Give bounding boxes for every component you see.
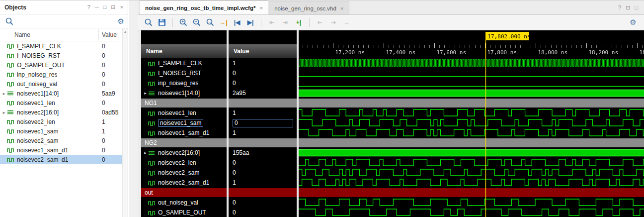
zoom-in-button[interactable]: + xyxy=(177,16,189,28)
tab-label: noise_gen_ring_osc.vhd xyxy=(274,5,336,11)
expander-icon[interactable]: ▸ xyxy=(143,150,148,155)
search-icon[interactable] xyxy=(3,15,15,27)
column-header-name[interactable]: Name xyxy=(14,28,30,41)
go-to-time-zero-icon: |◀ xyxy=(234,19,241,26)
wave-row-name-inp_noiseg_res[interactable]: inp_noiseg_res xyxy=(141,78,227,88)
panel-divider[interactable] xyxy=(129,0,138,217)
objects-scrollbar[interactable]: ▴ xyxy=(122,28,128,217)
wave-row-name-noisevec2_sam[interactable]: noisevec2_sam xyxy=(141,168,227,178)
wave-row-value-out_noiseg_val[interactable]: 0 xyxy=(229,198,297,208)
go-to-end-icon: ▶| xyxy=(247,19,254,26)
wave-row-name-I_SAMPLE_CLK[interactable]: I_SAMPLE_CLK xyxy=(141,58,227,68)
signal-icon xyxy=(7,52,15,59)
column-header-value[interactable]: Value xyxy=(102,28,117,41)
object-row-O_SAMPLE_OUT[interactable]: O_SAMPLE_OUT0 xyxy=(0,60,128,70)
wave-row-value-out[interactable] xyxy=(229,188,297,197)
signal-icon xyxy=(148,179,156,186)
signal-name: out_noiseg_val xyxy=(158,199,198,206)
wave-row-name-out_noiseg_val[interactable]: out_noiseg_val xyxy=(141,198,227,208)
signal-name: noisevec2_len xyxy=(158,159,196,166)
object-name: inp_noiseg_res xyxy=(17,71,57,78)
maximize-icon[interactable]: □ xyxy=(103,4,107,10)
wave-row-value-noisevec2[16:0][interactable]: 155aa xyxy=(229,148,297,158)
wave-row-value-I_SAMPLE_CLK[interactable]: 1 xyxy=(229,58,297,68)
help-icon[interactable]: ? xyxy=(618,4,621,11)
signal-value: 0 xyxy=(233,70,236,77)
go-to-time-zero-button[interactable]: |◀ xyxy=(231,16,243,28)
wave-row-name-noisevec2_len[interactable]: noisevec2_len xyxy=(141,158,227,168)
wave-row-value-NG1[interactable] xyxy=(229,99,297,108)
search-button[interactable] xyxy=(143,16,155,28)
object-value: 0 xyxy=(102,43,105,50)
wave-row-name-out[interactable]: out xyxy=(141,188,227,197)
float-icon[interactable]: ⊡ xyxy=(626,4,630,11)
signal-name: O_SAMPLE_OUT xyxy=(158,209,206,216)
tab-wave-config[interactable]: noise_gen_ring_osc_tb_time_impl.wcfg* × xyxy=(140,0,268,14)
object-row-noisevec1_len[interactable]: noisevec1_len0 xyxy=(0,98,128,108)
object-row-out_noiseg_val[interactable]: out_noiseg_val0 xyxy=(0,79,128,89)
wave-row-value-noisevec2_sam[interactable]: 0 xyxy=(229,168,297,178)
close-icon[interactable]: × xyxy=(340,5,344,11)
object-row-noisevec2[16:0][interactable]: ▸noisevec2[16:0]0ad55 xyxy=(0,108,128,117)
expander-icon[interactable]: ▸ xyxy=(1,91,7,96)
wave-row-value-NG2[interactable] xyxy=(229,138,297,147)
wave-row-value-noisevec2_sam_d1[interactable]: 1 xyxy=(229,178,297,188)
wave-row-name-noisevec1_sam_d1[interactable]: noisevec1_sam_d1 xyxy=(141,128,227,138)
object-row-inp_noiseg_res[interactable]: inp_noiseg_res0 xyxy=(0,70,128,79)
scroll-up-icon[interactable]: ▴ xyxy=(123,28,128,35)
tab-vhd-source[interactable]: noise_gen_ring_osc.vhd × xyxy=(269,1,349,14)
wave-row-value-inp_noiseg_res[interactable]: 0 xyxy=(229,78,297,88)
wave-value-header[interactable]: Value xyxy=(229,44,297,58)
zoom-fit-button[interactable]: ↔ xyxy=(204,16,216,28)
column-divider[interactable] xyxy=(98,29,99,40)
object-value: 0 xyxy=(102,156,105,163)
wave-row-value-noisevec1_sam_d1[interactable]: 1 xyxy=(229,128,297,138)
wave-name-header[interactable]: Name xyxy=(141,44,227,58)
object-row-I_NOISEG_RST[interactable]: I_NOISEG_RST0 xyxy=(0,51,128,60)
signal-name: noisevec1[14:0] xyxy=(158,90,200,97)
wave-row-name-noisevec2[16:0][interactable]: ▸noisevec2[16:0] xyxy=(141,148,227,158)
maximize-icon[interactable]: □ xyxy=(635,4,638,11)
settings-icon[interactable]: ⚙ xyxy=(627,16,639,28)
wave-row-name-noisevec1_sam[interactable]: noisevec1_sam xyxy=(141,118,227,128)
signal-name: noisevec1_sam xyxy=(158,119,203,127)
signal-icon xyxy=(148,199,156,206)
close-icon[interactable]: × xyxy=(120,4,123,10)
wave-row-value-noisevec1[14:0][interactable]: 2a95 xyxy=(229,88,297,98)
object-row-noisevec1_sam_d1[interactable]: noisevec1_sam_d10 xyxy=(0,145,128,155)
minimize-icon[interactable]: ─ xyxy=(95,4,99,10)
wave-row-name-NG2[interactable]: NG2 xyxy=(141,138,227,147)
object-row-noisevec2_len[interactable]: noisevec2_len1 xyxy=(0,117,128,126)
wave-row-name-NG1[interactable]: NG1 xyxy=(141,99,227,108)
wave-row-value-noisevec1_sam[interactable]: 0 xyxy=(229,118,297,128)
object-row-I_SAMPLE_CLK[interactable]: I_SAMPLE_CLK0 xyxy=(0,41,128,51)
settings-icon[interactable]: ⚙ xyxy=(118,17,124,26)
expander-icon[interactable]: ▸ xyxy=(143,91,148,96)
wave-row-value-noisevec2_len[interactable]: 0 xyxy=(229,158,297,168)
wave-row-value-noisevec1_len[interactable]: 1 xyxy=(229,108,297,118)
objects-panel: Objects ? ─ □ ⊡ × ⚙ Name Value I_SAMPLE_… xyxy=(0,0,128,217)
add-marker-button[interactable]: +| xyxy=(293,16,305,28)
close-icon[interactable]: × xyxy=(259,5,263,11)
wave-row-name-noisevec1[14:0][interactable]: ▸noisevec1[14:0] xyxy=(141,88,227,98)
zoom-out-button[interactable]: − xyxy=(191,16,203,28)
object-row-noisevec2_sam[interactable]: noisevec2_sam0 xyxy=(0,136,128,145)
help-icon[interactable]: ? xyxy=(87,4,90,10)
next-transition-button: ⇥ xyxy=(279,16,291,28)
object-row-noisevec2_sam_d1[interactable]: noisevec2_sam_d10 xyxy=(0,155,128,164)
wave-row-name-noisevec2_sam_d1[interactable]: noisevec2_sam_d1 xyxy=(141,178,227,188)
object-row-noisevec1_sam[interactable]: noisevec1_sam1 xyxy=(0,126,128,136)
wave-row-value-I_NOISEG_RST[interactable]: 0 xyxy=(229,68,297,78)
wave-row-name-I_NOISEG_RST[interactable]: I_NOISEG_RST xyxy=(141,68,227,78)
wave-row-name-noisevec1_len[interactable]: noisevec1_len xyxy=(141,108,227,118)
expander-icon[interactable]: ▸ xyxy=(1,110,7,115)
wave-row-value-O_SAMPLE_OUT[interactable]: 0 xyxy=(229,208,297,217)
wave-row-name-O_SAMPLE_OUT[interactable]: O_SAMPLE_OUT xyxy=(141,208,227,217)
go-to-end-button[interactable]: ▶| xyxy=(244,16,256,28)
zoom-to-cursor-button[interactable]: →| xyxy=(218,16,230,28)
waveform-canvas[interactable] xyxy=(299,30,644,217)
save-wave-config-button[interactable] xyxy=(156,16,168,28)
object-row-noisevec1[14:0][interactable]: ▸noisevec1[14:0]5aa9 xyxy=(0,89,128,98)
object-value: 1 xyxy=(102,118,105,125)
float-icon[interactable]: ⊡ xyxy=(111,4,115,10)
